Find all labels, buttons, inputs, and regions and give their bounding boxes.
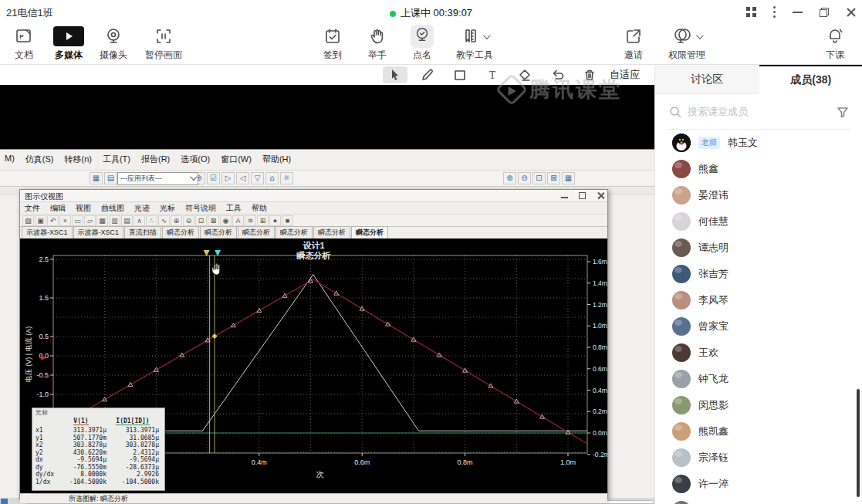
grapher-tool-icon[interactable]: ▤ — [121, 215, 133, 226]
eraser-tool-icon[interactable] — [512, 66, 537, 83]
restore-icon[interactable] — [820, 8, 829, 17]
menu-item[interactable]: M) — [5, 154, 15, 165]
fit-view-button[interactable]: 自适应 — [610, 68, 640, 82]
menu-item[interactable]: 报告(R) — [141, 154, 170, 165]
menu-item[interactable]: 转移(n) — [65, 154, 92, 165]
multisim-zoom-icon[interactable]: ⊕ — [503, 172, 516, 184]
close-icon[interactable] — [597, 191, 604, 199]
grapher-tool-icon[interactable]: ⊞ — [257, 215, 269, 226]
minimize-icon[interactable] — [793, 7, 803, 17]
member-row[interactable]: 熊鑫 — [655, 156, 862, 182]
member-row[interactable]: 钟飞龙 — [655, 366, 862, 392]
grapher-tool-icon[interactable]: A — [232, 215, 244, 226]
class-end-button[interactable]: 下课 — [813, 25, 857, 62]
raise-hand-button[interactable]: 举手 — [355, 25, 400, 62]
minimize-icon[interactable] — [561, 192, 568, 199]
member-row[interactable] — [655, 497, 862, 504]
multisim-tool-icon[interactable]: ▤ — [104, 172, 117, 184]
media-button[interactable]: 多媒体 — [46, 25, 91, 62]
scrollbar[interactable] — [857, 389, 860, 497]
teaching-tools-button[interactable]: 教学工具 — [445, 25, 505, 62]
grapher-tool-icon[interactable]: × — [59, 215, 71, 226]
grapher-tool-icon[interactable]: ↶ — [47, 215, 59, 226]
menu-item[interactable]: 工具(T) — [103, 154, 130, 165]
menu-item[interactable]: 文件 — [25, 203, 40, 214]
grapher-tab[interactable]: 示波器-XSC1 — [22, 226, 73, 238]
member-row[interactable]: 闵思影 — [655, 392, 862, 418]
grapher-tab[interactable]: 示波器-XSC1 — [73, 226, 124, 238]
rect-tool-icon[interactable] — [448, 66, 472, 83]
grapher-tab[interactable]: 直流扫描 — [124, 226, 161, 238]
permission-button[interactable]: 权限管理 — [656, 25, 718, 62]
close-icon[interactable] — [846, 7, 856, 17]
invite-button[interactable]: 邀请 — [611, 25, 656, 62]
member-row[interactable]: 谭志明 — [655, 235, 862, 261]
member-row[interactable]: 张吉芳 — [655, 261, 862, 287]
text-tool-icon[interactable]: T — [480, 66, 505, 83]
undo-icon[interactable] — [545, 66, 570, 83]
trash-icon[interactable] — [577, 66, 602, 83]
tab-discussion[interactable]: 讨论区 — [655, 65, 759, 94]
grapher-tool-icon[interactable]: ⊕ — [171, 215, 182, 226]
grapher-tab[interactable]: 瞬态分析 — [238, 226, 275, 238]
grapher-tool-icon[interactable]: ▣ — [35, 215, 46, 226]
menu-item[interactable]: 帮助 — [252, 203, 267, 214]
grapher-tool-icon[interactable]: ● — [269, 215, 281, 226]
in-use-list-dropdown[interactable]: ---应用列表--- — [117, 172, 198, 185]
menu-item[interactable]: 仿真(S) — [25, 154, 54, 165]
search-input[interactable] — [688, 106, 830, 117]
grapher-tab[interactable]: 瞬态分析 — [276, 226, 313, 238]
taskbar-chip-icon[interactable] — [1, 499, 8, 504]
grapher-tool-icon[interactable]: ∿ — [158, 215, 170, 226]
pause-screen-button[interactable]: 暂停画面 — [136, 25, 191, 62]
member-row[interactable]: 许一淬 — [655, 471, 862, 497]
menu-item[interactable]: 曲线图 — [101, 203, 124, 214]
menu-item[interactable]: 窗口(W) — [221, 154, 252, 165]
grapher-tool-icon[interactable]: ▱ — [84, 215, 96, 226]
roll-call-button[interactable]: 点名 — [400, 25, 445, 62]
menu-item[interactable]: 光标 — [160, 203, 175, 214]
select-tool-icon[interactable] — [383, 66, 407, 83]
grapher-tab[interactable]: 瞬态分析 — [313, 226, 350, 238]
menu-item[interactable]: 工具 — [226, 203, 242, 214]
grapher-tool-icon[interactable]: ∴ — [146, 215, 157, 226]
grapher-tool-icon[interactable]: ▨ — [22, 215, 34, 226]
multisim-tool-icon[interactable]: ▽ — [251, 172, 264, 184]
grapher-tool-icon[interactable]: ◉ — [220, 215, 232, 226]
menu-item[interactable]: 视图 — [76, 203, 91, 214]
grapher-tool-icon[interactable]: ▦ — [96, 215, 108, 226]
grapher-tool-icon[interactable]: ≋ — [245, 215, 256, 226]
menu-item[interactable]: 编辑 — [50, 203, 66, 214]
grapher-tool-icon[interactable]: ∧ — [134, 215, 145, 226]
menu-item[interactable]: 选项(O) — [181, 154, 210, 165]
pen-tool-icon[interactable] — [415, 66, 440, 83]
grapher-titlebar[interactable]: 图示仪视图 — [20, 190, 607, 202]
grapher-tab[interactable]: 瞬态分析 — [351, 226, 388, 238]
menu-item[interactable]: 帮助(H) — [262, 154, 291, 165]
member-row[interactable]: 熊凯鑫 — [655, 418, 862, 445]
multisim-zoom-icon[interactable]: ⊠ — [547, 172, 560, 184]
menu-item[interactable]: 光迹 — [134, 203, 150, 214]
doc-button[interactable]: P 文档 — [2, 25, 46, 62]
multisim-tool-icon[interactable]: ◁ — [236, 172, 249, 184]
cursor-palette[interactable]: 光标 V(1)I(D1[ID])x1313.3971µ313.3971µy150… — [32, 408, 165, 491]
grapher-tool-icon[interactable]: ▥ — [109, 215, 120, 226]
more-menu-icon[interactable] — [773, 6, 776, 18]
grapher-tab[interactable]: 瞬态分析 — [200, 226, 237, 238]
camera-button[interactable]: 摄像头 — [91, 25, 136, 62]
sign-in-button[interactable]: 签到 — [310, 25, 355, 62]
multisim-zoom-icon[interactable]: ⊖ — [518, 172, 531, 184]
multisim-zoom-icon[interactable]: ⊡ — [532, 172, 546, 184]
multisim-tool-icon[interactable]: ▷ — [221, 172, 235, 184]
member-row[interactable]: 宗泽钰 — [655, 445, 862, 471]
maximize-icon[interactable] — [579, 192, 586, 199]
member-row[interactable]: 何佳慧 — [655, 208, 862, 235]
multisim-tool-icon[interactable]: ☑ — [207, 172, 220, 184]
grapher-tool-icon[interactable]: ⊖ — [183, 215, 194, 226]
grapher-tool-icon[interactable]: ⊠ — [208, 215, 219, 226]
member-row[interactable]: 王欢 — [655, 340, 862, 366]
multisim-tool-icon[interactable]: ▦ — [90, 172, 103, 184]
grapher-tool-icon[interactable]: ⊡ — [195, 215, 207, 226]
member-row[interactable]: 李风琴 — [655, 287, 862, 313]
member-row[interactable]: 晏澄讳 — [655, 182, 862, 208]
